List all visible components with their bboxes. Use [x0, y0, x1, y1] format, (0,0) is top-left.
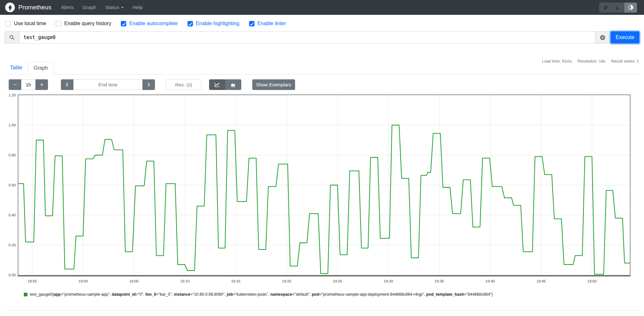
line-chart-icon [215, 82, 220, 87]
svg-text:0.00: 0.00 [9, 273, 16, 277]
svg-text:0.80: 0.80 [9, 153, 16, 157]
navbar: Prometheus AlertsGraphStatusHelp [0, 0, 644, 15]
settings-button[interactable] [599, 3, 612, 13]
show-exemplars-button[interactable]: Show Exemplars [252, 79, 295, 90]
end-time-input[interactable] [73, 79, 142, 90]
series-legend-item[interactable]: test_gauge0{app="prometheus-sample-app",… [24, 292, 493, 297]
theme-toggle-group [599, 3, 637, 13]
nav-link-alerts[interactable]: Alerts [61, 5, 74, 10]
auto-theme-button[interactable] [624, 3, 637, 13]
prometheus-logo[interactable] [5, 3, 15, 12]
tab-table[interactable]: Table [5, 62, 28, 74]
gear-icon [603, 5, 608, 10]
svg-text:0.20: 0.20 [9, 243, 16, 247]
time-forward-button[interactable] [142, 79, 155, 90]
range-group: − + [9, 79, 48, 90]
checkbox-icon[interactable] [5, 21, 11, 26]
svg-text:1.00: 1.00 [9, 123, 16, 127]
option-label: Enable query history [64, 21, 111, 26]
search-icon [9, 35, 15, 40]
line-chart-button[interactable] [209, 79, 225, 90]
metrics-explorer-button[interactable] [595, 31, 610, 44]
svg-text:19:25: 19:25 [333, 279, 342, 283]
chevron-right-icon [146, 82, 151, 87]
svg-text:19:10: 19:10 [180, 279, 189, 283]
endtime-group [61, 79, 155, 90]
nav-link-help[interactable]: Help [132, 5, 143, 10]
range-decrease-button[interactable]: − [9, 79, 21, 90]
search-addon [5, 31, 19, 44]
svg-text:19:30: 19:30 [384, 279, 393, 283]
tab-graph[interactable]: Graph [28, 62, 53, 74]
query-bar: Execute [5, 31, 639, 44]
option-label: Enable highlighting [196, 21, 239, 26]
option-enable-autocomplete[interactable]: Enable autocomplete [121, 21, 178, 26]
dark-theme-button[interactable] [612, 3, 624, 13]
option-enable-query-history[interactable]: Enable query history [56, 21, 111, 26]
option-label: Use local time [14, 21, 46, 26]
graph-toolbar: − + Sho [9, 79, 295, 90]
brand-title[interactable]: Prometheus [18, 4, 51, 11]
checkbox-icon[interactable] [56, 21, 61, 26]
query-options-row: Use local timeEnable query historyEnable… [5, 18, 286, 29]
svg-text:19:45: 19:45 [536, 279, 546, 283]
svg-text:19:50: 19:50 [587, 279, 597, 283]
checkbox-checked-icon[interactable] [249, 21, 255, 26]
nav-link-graph[interactable]: Graph [82, 5, 96, 10]
svg-text:1.20: 1.20 [9, 93, 16, 97]
option-label: Enable autocomplete [129, 21, 178, 26]
checkbox-checked-icon[interactable] [121, 21, 126, 26]
graph-canvas[interactable]: 0.000.200.400.600.801.001.2018:5519:0019… [5, 91, 639, 290]
stacked-chart-button[interactable] [225, 79, 241, 90]
svg-text:19:05: 19:05 [129, 279, 139, 283]
svg-text:19:35: 19:35 [435, 279, 444, 283]
execute-button[interactable]: Execute [610, 31, 639, 44]
moon-icon [616, 5, 620, 10]
option-enable-linter[interactable]: Enable linter [249, 21, 286, 26]
series-swatch [24, 293, 27, 296]
chart-type-group [209, 79, 241, 90]
resolution-input[interactable] [166, 79, 201, 90]
svg-text:18:55: 18:55 [28, 279, 37, 283]
area-chart-icon [231, 82, 236, 87]
chevron-left-icon [65, 82, 70, 87]
range-input[interactable] [21, 79, 35, 90]
svg-text:19:40: 19:40 [485, 279, 495, 283]
nav-link-status[interactable]: Status [105, 5, 124, 10]
svg-text:0.60: 0.60 [9, 183, 16, 187]
circle-half-icon [628, 5, 633, 10]
flame-icon [7, 4, 14, 11]
svg-text:0.40: 0.40 [9, 213, 16, 217]
bottom-divider [5, 310, 639, 311]
checkbox-checked-icon[interactable] [187, 21, 193, 26]
globe-icon [600, 35, 605, 40]
panel-tabs: TableGraph [5, 62, 639, 74]
svg-text:19:15: 19:15 [231, 279, 240, 283]
range-increase-button[interactable]: + [35, 79, 48, 90]
option-enable-highlighting[interactable]: Enable highlighting [187, 21, 239, 26]
time-back-button[interactable] [61, 79, 73, 90]
query-input[interactable] [19, 31, 595, 44]
caret-down-icon [121, 7, 124, 8]
svg-text:19:20: 19:20 [282, 279, 291, 283]
option-use-local-time[interactable]: Use local time [5, 21, 46, 26]
option-label: Enable linter [257, 21, 286, 26]
nav-links: AlertsGraphStatusHelp [61, 5, 143, 10]
series-label-text: test_gauge0{app="prometheus-sample-app",… [30, 292, 493, 297]
svg-text:19:00: 19:00 [79, 279, 88, 283]
